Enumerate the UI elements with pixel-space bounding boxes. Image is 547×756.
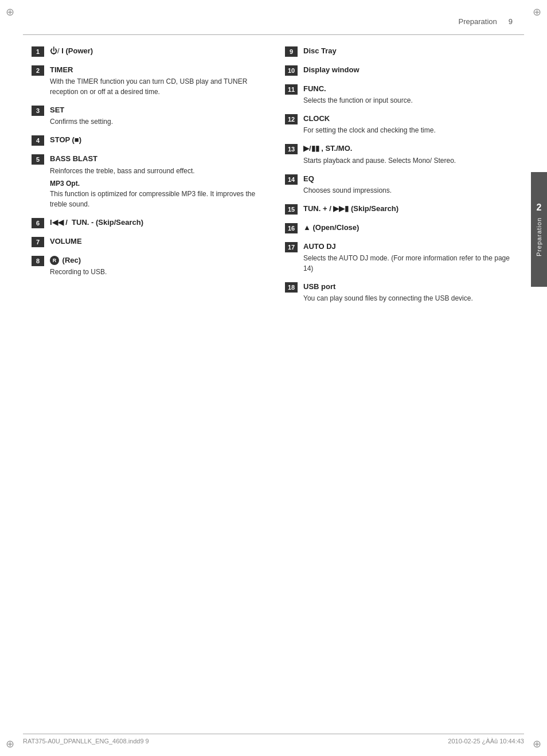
page-footer: RAT375-A0U_DPANLLK_ENG_4608.indd9 9 2010… <box>23 734 524 745</box>
list-item: 14 EQ Chooses sound impressions. <box>285 174 515 196</box>
item-title-18: USB port <box>303 282 515 292</box>
item-number-11: 11 <box>285 84 298 95</box>
item-content-5: BASS BLAST Reinforces the treble, bass a… <box>50 154 262 209</box>
item-number-5: 5 <box>32 154 44 165</box>
page-header: Preparation 9 <box>459 17 513 26</box>
item-number-3: 3 <box>32 106 44 116</box>
side-tab: 2 Preparation <box>531 172 547 287</box>
item-title-1: ⏻/ I (Power) <box>50 46 262 56</box>
item-title-15: TUN. + / ▶▶▮ (Skip/Search) <box>303 204 515 214</box>
item-desc-2: With the TIMER function you can turn CD,… <box>50 76 262 97</box>
list-item: 10 Display window <box>285 65 515 76</box>
list-item: 17 AUTO DJ Selects the AUTO DJ mode. (Fo… <box>285 241 515 274</box>
item-content-18: USB port You can play sound files by con… <box>303 282 515 303</box>
item-number-8: 8 <box>32 256 44 266</box>
list-item: 4 STOP (■) <box>32 135 262 146</box>
item-desc-18: You can play sound files by connecting t… <box>303 293 515 303</box>
item-subtitle-5: MP3 Opt. <box>50 180 262 188</box>
item-number-6: 6 <box>32 218 44 228</box>
footer-left: RAT375-A0U_DPANLLK_ENG_4608.indd9 9 <box>23 738 149 745</box>
item-desc-14: Chooses sound impressions. <box>303 185 515 196</box>
item-title-9: Disc Tray <box>303 46 515 56</box>
item-number-2: 2 <box>32 65 44 76</box>
corner-mark-bl: ⊕ <box>6 738 14 750</box>
list-item: 15 TUN. + / ▶▶▮ (Skip/Search) <box>285 204 515 215</box>
item-content-8: R (Rec) Recording to USB. <box>50 255 262 277</box>
item-subdesc-5: This function is optimized for compressi… <box>50 189 262 209</box>
item-number-12: 12 <box>285 114 298 124</box>
item-desc-17: Selects the AUTO DJ mode. (For more info… <box>303 253 515 274</box>
item-content-9: Disc Tray <box>303 46 515 56</box>
item-title-12: CLOCK <box>303 114 515 124</box>
item-number-17: 17 <box>285 242 298 252</box>
item-title-8: R (Rec) <box>50 255 262 266</box>
item-title-10: Display window <box>303 65 515 75</box>
item-number-13: 13 <box>285 144 298 154</box>
item-desc-12: For setting the clock and checking the t… <box>303 125 515 135</box>
item-number-4: 4 <box>32 135 44 146</box>
list-item: 2 TIMER With the TIMER function you can … <box>32 65 262 97</box>
columns: 1 ⏻/ I (Power) 2 TIMER With the TIMER fu… <box>32 46 515 311</box>
right-column: 9 Disc Tray 10 Display window 11 FUNC. S… <box>285 46 515 311</box>
item-content-7: VOLUME <box>50 236 262 247</box>
item-desc-5: Reinforces the treble, bass and surround… <box>50 166 262 176</box>
item-desc-8: Recording to USB. <box>50 267 262 277</box>
item-title-3: SET <box>50 105 262 115</box>
list-item: 9 Disc Tray <box>285 46 515 57</box>
item-content-4: STOP (■) <box>50 135 262 145</box>
item-number-1: 1 <box>32 46 44 57</box>
item-content-14: EQ Chooses sound impressions. <box>303 174 515 196</box>
item-content-16: ▲ (Open/Close) <box>303 223 515 233</box>
list-item: 5 BASS BLAST Reinforces the treble, bass… <box>32 154 262 209</box>
corner-mark-br: ⊕ <box>533 738 541 750</box>
item-title-11: FUNC. <box>303 84 515 94</box>
list-item: 13 ▶/▮▮ , ST./MO. Starts playback and pa… <box>285 143 515 165</box>
item-number-10: 10 <box>285 65 298 76</box>
item-title-13: ▶/▮▮ , ST./MO. <box>303 143 515 154</box>
item-title-14: EQ <box>303 174 515 184</box>
item-number-18: 18 <box>285 282 298 293</box>
item-number-9: 9 <box>285 46 298 57</box>
list-item: 8 R (Rec) Recording to USB. <box>32 255 262 277</box>
item-content-3: SET Confirms the setting. <box>50 105 262 127</box>
list-item: 7 VOLUME <box>32 236 262 247</box>
section-title: Preparation <box>459 17 497 26</box>
item-title-16: ▲ (Open/Close) <box>303 223 515 233</box>
item-content-15: TUN. + / ▶▶▮ (Skip/Search) <box>303 204 515 214</box>
list-item: 12 CLOCK For setting the clock and check… <box>285 114 515 135</box>
left-column: 1 ⏻/ I (Power) 2 TIMER With the TIMER fu… <box>32 46 262 311</box>
item-desc-11: Selects the function or input source. <box>303 95 515 106</box>
item-title-4: STOP (■) <box>50 135 262 145</box>
content-area: 1 ⏻/ I (Power) 2 TIMER With the TIMER fu… <box>32 46 515 722</box>
page-number: 9 <box>509 17 513 26</box>
top-rule <box>23 34 524 35</box>
item-content-12: CLOCK For setting the clock and checking… <box>303 114 515 135</box>
item-number-7: 7 <box>32 237 44 247</box>
item-content-2: TIMER With the TIMER function you can tu… <box>50 65 262 97</box>
side-tab-label: Preparation <box>536 217 542 256</box>
rec-icon: R <box>50 256 59 265</box>
item-title-17: AUTO DJ <box>303 241 515 252</box>
item-title-5: BASS BLAST <box>50 154 262 164</box>
item-title-2: TIMER <box>50 65 262 75</box>
list-item: 11 FUNC. Selects the function or input s… <box>285 84 515 106</box>
item-title-7: VOLUME <box>50 236 262 247</box>
item-content-10: Display window <box>303 65 515 75</box>
side-tab-number: 2 <box>537 202 542 213</box>
item-content-6: I◀◀ / TUN. - (Skip/Search) <box>50 217 262 228</box>
list-item: 3 SET Confirms the setting. <box>32 105 262 127</box>
list-item: 1 ⏻/ I (Power) <box>32 46 262 57</box>
item-title-6: I◀◀ / TUN. - (Skip/Search) <box>50 217 262 228</box>
item-content-11: FUNC. Selects the function or input sour… <box>303 84 515 106</box>
footer-right: 2010-02-25 ¿ÀÀû 10:44:43 <box>448 738 524 745</box>
list-item: 6 I◀◀ / TUN. - (Skip/Search) <box>32 217 262 228</box>
item-content-13: ▶/▮▮ , ST./MO. Starts playback and pause… <box>303 143 515 165</box>
item-number-14: 14 <box>285 174 298 185</box>
list-item: 18 USB port You can play sound files by … <box>285 282 515 303</box>
item-content-1: ⏻/ I (Power) <box>50 46 262 56</box>
item-number-16: 16 <box>285 223 298 233</box>
corner-mark-tl: ⊕ <box>6 6 14 18</box>
corner-mark-tr: ⊕ <box>533 6 541 18</box>
item-desc-3: Confirms the setting. <box>50 116 262 127</box>
item-number-15: 15 <box>285 204 298 215</box>
